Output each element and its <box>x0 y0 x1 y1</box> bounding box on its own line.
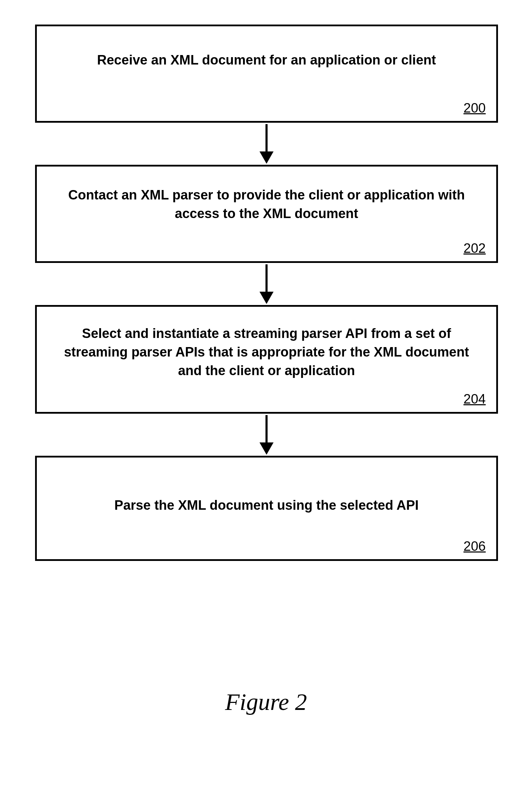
step-number: 200 <box>464 101 486 116</box>
arrow-line <box>265 264 268 292</box>
step-text: Contact an XML parser to provide the cli… <box>54 186 479 223</box>
arrow-head-icon <box>260 292 274 304</box>
step-text: Receive an XML document for an applicati… <box>54 51 479 69</box>
arrow-connector <box>35 263 498 305</box>
step-text: Parse the XML document using the selecte… <box>54 496 479 515</box>
flow-step-200: Receive an XML document for an applicati… <box>35 25 498 123</box>
arrow-line <box>265 415 268 443</box>
flow-step-204: Select and instantiate a streaming parse… <box>35 305 498 414</box>
flowchart-diagram: Receive an XML document for an applicati… <box>35 25 498 561</box>
arrow-line <box>265 124 268 152</box>
flow-step-202: Contact an XML parser to provide the cli… <box>35 165 498 263</box>
step-number: 206 <box>464 539 486 554</box>
arrow-connector <box>35 414 498 456</box>
step-number: 204 <box>464 392 486 407</box>
step-text: Select and instantiate a streaming parse… <box>54 324 479 380</box>
arrow-head-icon <box>260 151 274 164</box>
arrow-head-icon <box>260 442 274 455</box>
step-number: 202 <box>464 241 486 256</box>
arrow-connector <box>35 123 498 165</box>
figure-caption: Figure 2 <box>0 688 532 716</box>
flow-step-206: Parse the XML document using the selecte… <box>35 456 498 561</box>
